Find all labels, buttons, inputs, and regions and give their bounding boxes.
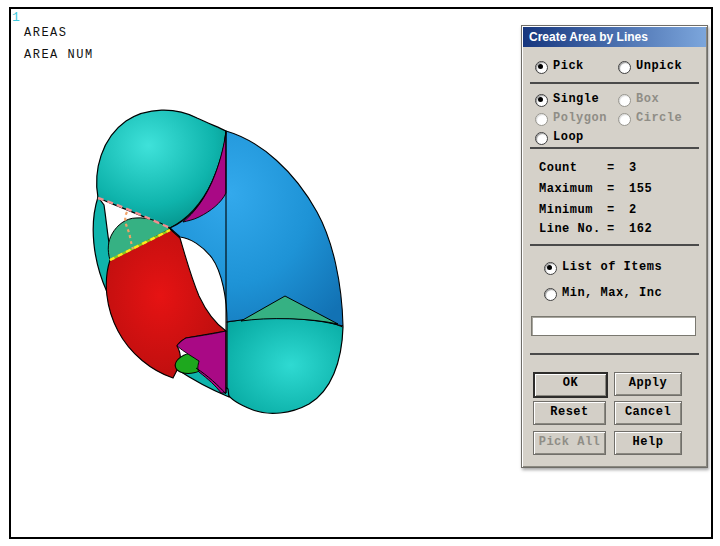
stat-equals: = [607, 182, 629, 196]
min-max-inc-row: Min, Max, Inc [522, 286, 707, 302]
help-button[interactable]: Help [614, 431, 682, 455]
stat-value: 162 [629, 222, 652, 236]
mode-row-1: Single Box [522, 92, 707, 108]
area-outer-bottom-teal[interactable] [227, 317, 343, 414]
pick-radio-label: Pick [553, 59, 584, 73]
cancel-button[interactable]: Cancel [614, 401, 682, 425]
separator [530, 147, 699, 149]
separator [530, 244, 699, 246]
stat-maximum: Maximum=155 [539, 182, 701, 198]
min-max-inc-label: Min, Max, Inc [562, 286, 662, 300]
list-of-items-label: List of Items [562, 260, 662, 274]
single-radio-label: Single [553, 92, 599, 106]
stat-label: Minimum [539, 203, 607, 217]
stat-minimum: Minimum=2 [539, 203, 701, 219]
stat-equals: = [607, 161, 629, 175]
ansys-graphics-window: 1 AREAS AREA NUM [0, 0, 720, 546]
unpick-radio-label: Unpick [636, 59, 682, 73]
create-area-by-lines-dialog: Create Area by Lines Pick Unpick Single … [521, 25, 708, 468]
polygon-radio [535, 113, 548, 126]
apply-button[interactable]: Apply [614, 372, 682, 396]
loop-radio-label: Loop [553, 130, 584, 144]
mode-row-3: Loop [522, 130, 707, 146]
stat-label: Count [539, 161, 607, 175]
stat-equals: = [607, 222, 629, 236]
reset-button[interactable]: Reset [533, 401, 606, 425]
pick-list-input[interactable] [531, 316, 696, 336]
pick-unpick-row: Pick Unpick [522, 59, 707, 75]
dialog-titlebar[interactable]: Create Area by Lines [523, 27, 706, 47]
min-max-inc-radio[interactable] [544, 288, 557, 301]
box-radio [618, 94, 631, 107]
single-radio[interactable] [535, 94, 548, 107]
list-of-items-row: List of Items [522, 260, 707, 276]
stat-value: 2 [629, 203, 637, 217]
loop-radio[interactable] [535, 132, 548, 145]
mode-row-2: Polygon Circle [522, 111, 707, 127]
pick-all-button: Pick All [533, 431, 606, 455]
stat-line-no: Line No.=162 [539, 222, 701, 238]
stat-count: Count=3 [539, 161, 701, 177]
box-radio-label: Box [636, 92, 659, 106]
list-of-items-radio[interactable] [544, 262, 557, 275]
stat-value: 155 [629, 182, 652, 196]
circle-radio-label: Circle [636, 111, 682, 125]
separator [530, 82, 699, 84]
unpick-radio[interactable] [618, 61, 631, 74]
ok-button[interactable]: OK [533, 372, 608, 398]
separator [530, 353, 699, 355]
stat-value: 3 [629, 161, 637, 175]
stat-label: Line No. [539, 222, 607, 236]
polygon-radio-label: Polygon [553, 111, 607, 125]
stat-label: Maximum [539, 182, 607, 196]
stat-equals: = [607, 203, 629, 217]
circle-radio [618, 113, 631, 126]
pick-radio[interactable] [535, 61, 548, 74]
